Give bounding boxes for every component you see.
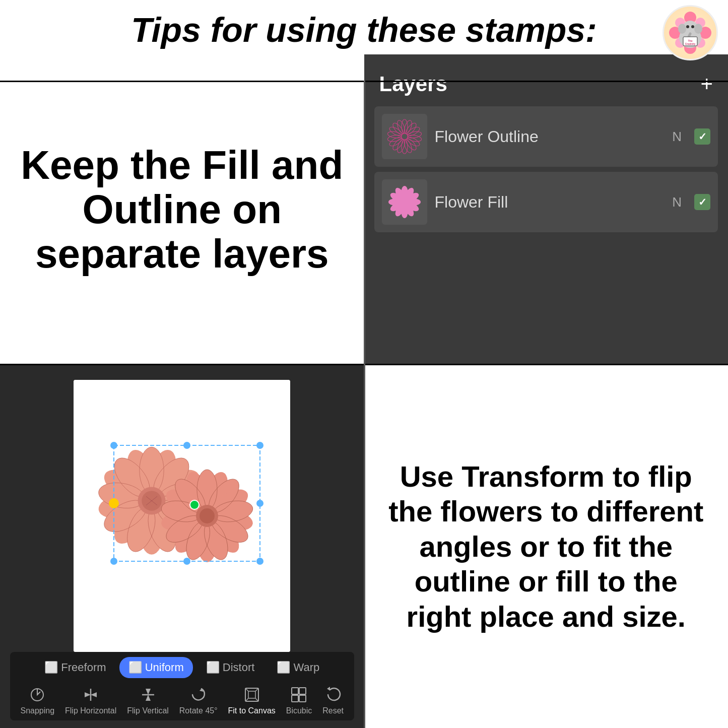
tool-flip-v[interactable]: Flip Vertical — [127, 685, 169, 715]
layers-title: Layers — [379, 72, 447, 96]
svg-point-11 — [694, 24, 702, 34]
layer-item-outline[interactable]: Flower Outline N — [374, 106, 718, 167]
tab-warp[interactable]: ⬜ Warp — [268, 657, 328, 678]
logo-svg: The Creativity — [665, 8, 715, 58]
layers-add-button[interactable]: + — [700, 74, 713, 95]
tool-reset[interactable]: Reset — [322, 685, 344, 715]
rotate45-icon — [188, 685, 209, 705]
svg-point-118 — [256, 558, 263, 565]
tool-snapping[interactable]: Snapping — [20, 685, 54, 715]
freeform-icon: ⬜ — [44, 661, 58, 674]
toolbar: ⬜ Freeform ⬜ Uniform ⬜ Distort ⬜ Warp — [10, 652, 354, 720]
svg-text:Creativity: Creativity — [685, 43, 696, 45]
svg-rect-123 — [248, 691, 255, 698]
tab-distort[interactable]: ⬜ Distort — [197, 657, 264, 678]
layer-name-outline: Flower Outline — [435, 127, 665, 146]
toolbar-tools: Snapping Flip Horizontal Flip Vertical — [10, 682, 354, 718]
toolbar-tabs: ⬜ Freeform ⬜ Uniform ⬜ Distort ⬜ Warp — [10, 657, 354, 678]
svg-point-117 — [183, 558, 190, 565]
svg-point-21 — [407, 130, 422, 139]
layers-panel: Layers + — [364, 54, 729, 365]
svg-point-12 — [686, 25, 689, 28]
layer-mode-outline: N — [672, 129, 682, 145]
flip-vertical-icon — [138, 685, 158, 705]
snapping-label: Snapping — [20, 706, 54, 715]
reset-icon — [323, 685, 343, 705]
svg-point-48 — [400, 197, 409, 207]
top-left-panel: Keep the Fill and Outline on separate la… — [0, 54, 364, 365]
tab-distort-label: Distort — [223, 661, 255, 674]
header: Tips for using these stamps: — [0, 0, 728, 54]
canvas-area[interactable] — [74, 380, 290, 652]
layer-visibility-outline[interactable] — [694, 128, 710, 145]
svg-rect-128 — [292, 688, 298, 694]
layer-thumb-outline-svg — [384, 116, 425, 157]
tool-fit-canvas[interactable]: Fit to Canvas — [228, 685, 276, 715]
svg-point-35 — [401, 133, 408, 140]
svg-point-119 — [109, 498, 119, 508]
page: Tips for using these stamps: — [0, 0, 728, 728]
svg-point-22 — [407, 134, 422, 143]
flip-horizontal-icon — [81, 685, 101, 705]
tab-freeform-label: Freeform — [61, 661, 106, 674]
header-title: Tips for using these stamps: — [131, 10, 597, 49]
tool-rotate45[interactable]: Rotate 45° — [179, 685, 218, 715]
tab-uniform-label: Uniform — [145, 661, 184, 674]
svg-point-109 — [200, 508, 215, 523]
distort-icon: ⬜ — [206, 661, 220, 674]
rotate45-label: Rotate 45° — [179, 706, 218, 715]
layer-visibility-fill[interactable] — [694, 194, 710, 210]
svg-text:The: The — [688, 39, 693, 42]
layer-thumbnail-outline — [382, 114, 427, 159]
svg-point-112 — [183, 442, 190, 449]
tab-warp-label: Warp — [294, 661, 320, 674]
bottom-right-panel: Use Transform to flip the flowers to dif… — [364, 365, 729, 728]
svg-point-30 — [387, 134, 402, 143]
keep-fill-text: Keep the Fill and Outline on separate la… — [15, 143, 349, 276]
svg-rect-130 — [292, 695, 298, 702]
svg-point-116 — [110, 558, 117, 565]
canvas-svg — [74, 380, 290, 652]
svg-point-115 — [256, 500, 263, 507]
tab-freeform[interactable]: ⬜ Freeform — [35, 657, 115, 678]
tool-flip-h[interactable]: Flip Horizontal — [65, 685, 116, 715]
flip-h-label: Flip Horizontal — [65, 706, 116, 715]
layer-item-fill[interactable]: Flower Fill N — [374, 172, 718, 232]
tab-uniform[interactable]: ⬜ Uniform — [119, 657, 193, 678]
snapping-icon — [27, 685, 47, 705]
svg-point-111 — [110, 442, 117, 449]
svg-rect-131 — [299, 695, 306, 702]
bottom-left-panel: ⬜ Freeform ⬜ Uniform ⬜ Distort ⬜ Warp — [0, 365, 364, 728]
bicubic-label: Bicubic — [286, 706, 312, 715]
layers-header: Layers + — [374, 64, 718, 106]
tool-bicubic[interactable]: Bicubic — [286, 685, 312, 715]
fit-canvas-label: Fit to Canvas — [228, 706, 276, 715]
logo-badge: The Creativity — [663, 5, 718, 60]
layer-thumbnail-fill — [382, 179, 427, 225]
warp-icon: ⬜ — [277, 661, 290, 674]
svg-point-10 — [678, 24, 686, 34]
layer-name-fill: Flower Fill — [435, 193, 665, 212]
layer-mode-fill: N — [672, 194, 682, 210]
flip-v-label: Flip Vertical — [127, 706, 169, 715]
svg-point-120 — [190, 500, 199, 509]
svg-rect-129 — [299, 688, 306, 694]
layer-thumb-fill-svg — [384, 182, 425, 222]
svg-point-113 — [256, 442, 263, 449]
svg-point-31 — [387, 130, 402, 139]
svg-point-13 — [691, 25, 694, 28]
uniform-icon: ⬜ — [128, 661, 142, 674]
use-transform-text: Use Transform to flip the flowers to dif… — [379, 459, 713, 634]
reset-label: Reset — [322, 706, 344, 715]
fit-canvas-icon — [242, 685, 262, 705]
bicubic-icon — [289, 685, 309, 705]
